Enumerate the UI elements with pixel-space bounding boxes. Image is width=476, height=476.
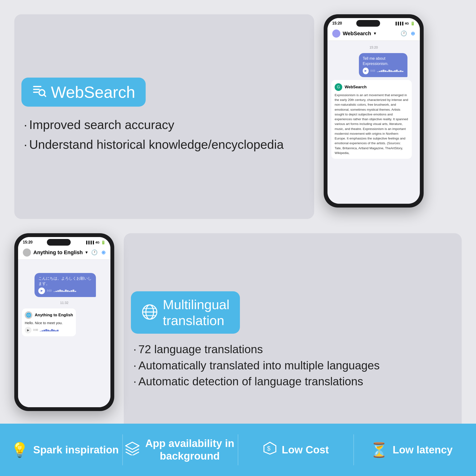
chat-body-2: こんにちは。よろしくお願いします。 ▶ 0:03 ▁▃▅▇▅▃▇▅▃▅▇▃ 11… [18,260,110,407]
chat-body-1: 15:20 Tell me about Expressionism. ▶ 0:0… [327,41,420,203]
trans-feature-3: Automatic detection of language translat… [131,374,455,389]
en-bot-name: Anything to English [35,313,73,318]
spark-label: Spark inspiration [33,444,119,456]
footer-latency-inner: ⏳ Low latency [370,442,453,459]
clock-icon-2: 🕐 [91,249,98,255]
audio-time-en: 0:00 [33,329,38,331]
phone-mockup-1: 15:20 ▐▐▐▐ 4G 🔋 WebSearch ▼ [324,14,424,207]
footer-item-spark: 💡 Spark inspiration [7,437,122,463]
svg-rect-0 [33,86,41,87]
jp-message: こんにちは。よろしくお願いします。 ▶ 0:03 ▁▃▅▇▅▃▇▅▃▅▇▃ [34,273,107,297]
phone-screen-1: 15:20 ▐▐▐▐ 4G 🔋 WebSearch ▼ [327,18,420,204]
phone1-signal: ▐▐▐▐ [395,22,403,25]
footer-cost-inner: $ Low Cost [263,441,329,459]
msg-time-2: 11:32 [22,301,107,305]
phone1-network: 4G [405,22,409,25]
chat-title-1: WebSearch ▼ [343,31,377,37]
chat-icons-2: 🕐 ⊕ [91,249,106,255]
websearch-section: WebSearch Improved search accuracy Under… [14,14,314,219]
websearch-response-1: G WebSearch Expressionism is an art move… [331,80,412,159]
phone2-signal: ▐▐▐▐ [85,241,94,244]
phone-screen-2: 15:20 ▐▐▐▐ 4G 🔋 Anything to English ▼ [18,237,110,407]
svg-text:$: $ [267,445,271,452]
user-message-1: Tell me about Expressionism. ▶ 0:03 ▁▃▅▇… [359,53,416,77]
chat-icons-1: 🕐 ⊕ [401,31,415,37]
en-response: 🌐 Anything to English Hello. Nice to mee… [22,308,76,336]
jp-bubble: こんにちは。よろしくお願いします。 ▶ 0:03 ▁▃▅▇▅▃▇▅▃▅▇▃ [34,273,96,297]
audio-bar-1: ▶ 0:03 ▁▃▅▇▅▃▇▅▃▅▇▃▅▃ [363,68,404,74]
feature-search-accuracy: Improved search accuracy [24,116,307,134]
translation-phone-section: 15:20 ▐▐▐▐ 4G 🔋 Anything to English ▼ [14,233,114,447]
svg-rect-1 [33,89,40,90]
en-response-text: Hello. Nice to meet you. [25,321,73,325]
phone1-time: 15:20 [332,21,342,25]
waveform-jp: ▁▃▅▇▅▃▇▅▃▅▇▃ [53,289,76,292]
feature-knowledge: Understand historical knowledge/encyclop… [24,136,307,153]
trans-feature-2: Automatically translated into multiple l… [131,357,455,374]
footer-item-app: App availability in background [123,432,238,467]
user-bubble-1: Tell me about Expressionism. ▶ 0:03 ▁▃▅▇… [359,53,408,77]
chat-avatar-2 [23,249,31,256]
audio-bar-en: ▶ 0:00 ▁▃▅▇▅▃▇▅▃▅ [25,327,73,333]
chat-avatar-1 [332,30,340,38]
footer-app-inner: App availability in background [125,437,236,462]
add-icon-2: ⊕ [102,249,106,255]
waveform-1: ▁▃▅▇▅▃▇▅▃▅▇▃▅▃ [377,69,404,72]
websearch-badge: WebSearch [21,78,146,107]
en-response-header: 🌐 Anything to English [25,311,73,319]
svg-line-4 [44,95,46,96]
spark-icon: 💡 [11,442,29,459]
en-avatar: 🌐 [25,311,32,319]
search-icon [32,84,46,101]
chat-header-2: Anything to English ▼ 🕐 ⊕ [18,246,110,260]
phone1-battery: 🔋 [410,21,415,26]
svg-marker-10 [126,442,139,449]
play-btn-en[interactable]: ▶ [25,327,32,333]
cost-icon: $ [263,441,277,459]
clock-icon: 🕐 [401,31,407,37]
msg-time-1: 15:20 [331,46,416,49]
hourglass-icon: ⏳ [370,442,388,459]
phone2-battery: 🔋 [101,240,106,245]
audio-bar-jp: ▶ 0:03 ▁▃▅▇▅▃▇▅▃▅▇▃ [38,288,92,294]
globe-icon [141,304,158,321]
footer: 💡 Spark inspiration App availability in … [0,424,476,476]
ws-text-1: Expressionism is an art movement that em… [335,93,408,155]
footer-item-cost: $ Low Cost [238,436,354,463]
trans-feature-1: 72 language translations [131,341,455,357]
footer-item-latency: ⏳ Low latency [354,437,469,463]
play-button-1[interactable]: ▶ [363,68,369,74]
svg-rect-2 [33,92,38,93]
latency-label: Low latency [393,444,453,456]
cost-label: Low Cost [282,444,329,456]
websearch-phone-section: 15:20 ▐▐▐▐ 4G 🔋 WebSearch ▼ [324,14,462,219]
add-icon: ⊕ [411,31,415,37]
waveform-en: ▁▃▅▇▅▃▇▅▃▅ [40,329,59,331]
translation-badge: Multilingual translation [131,291,240,334]
play-btn-jp[interactable]: ▶ [38,288,45,294]
ws-name-1: WebSearch [345,85,367,89]
footer-spark-inner: 💡 Spark inspiration [11,442,119,459]
chat-title-2: Anything to English ▼ [33,249,88,255]
websearch-features: Improved search accuracy Understand hist… [21,116,307,156]
ws-header-1: G WebSearch [335,83,408,91]
layers-icon [125,441,139,459]
ws-icon-1: G [335,83,342,91]
translation-section: Multilingual translation 72 language tra… [124,233,462,447]
translation-features: 72 language translations Automatically t… [131,341,455,389]
app-label: App availability in background [144,437,236,462]
audio-time-jp: 0:03 [47,289,51,292]
chat-header-1: WebSearch ▼ 🕐 ⊕ [327,27,420,41]
audio-time-1: 0:03 [371,69,375,73]
translation-badge-text: Multilingual translation [163,297,229,328]
websearch-label: WebSearch [51,83,135,102]
phone2-time: 15:20 [23,240,33,244]
phone-mockup-2: 15:20 ▐▐▐▐ 4G 🔋 Anything to English ▼ [14,233,114,411]
phone2-network: 4G [95,241,100,244]
